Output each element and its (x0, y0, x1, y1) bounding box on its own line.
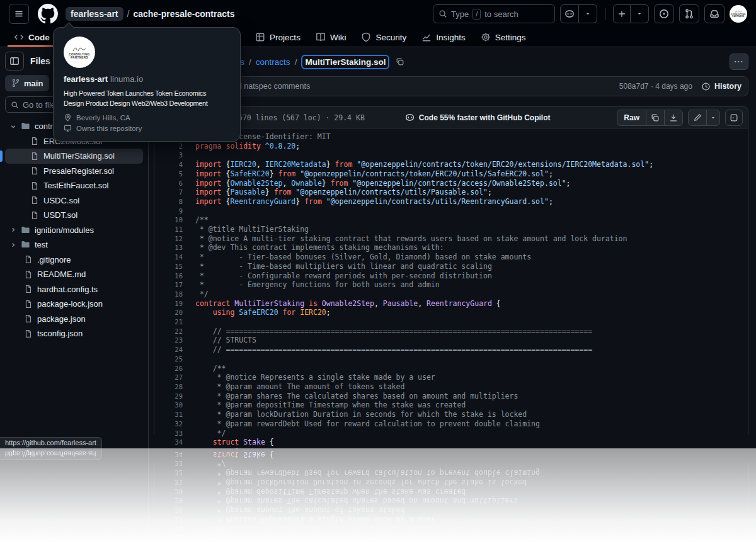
tree-file-presaleregister-sol[interactable]: PresaleRegister.sol (5, 164, 143, 179)
download-raw-button[interactable] (664, 110, 682, 125)
tree-file-usdt-sol[interactable]: USDT.sol (5, 208, 143, 223)
symbols-panel-button[interactable] (725, 110, 743, 126)
line-number[interactable]: 7 (154, 188, 183, 197)
file-icon (24, 270, 33, 279)
line-number[interactable]: 6 (154, 179, 183, 188)
raw-button-group: Raw (617, 110, 683, 126)
tab-code[interactable]: Code (8, 28, 56, 47)
line-number[interactable]: 10 (154, 215, 183, 225)
search-placeholder-prefix: Type (451, 9, 469, 19)
edit-file-button[interactable] (689, 110, 706, 125)
line-number[interactable]: 12 (154, 234, 183, 244)
line-number[interactable]: 30 (154, 400, 183, 410)
user-avatar[interactable]: CONSULTINGPARTNERS (730, 5, 747, 23)
tree-file-testethfaucet-sol[interactable]: TestEthFaucet.sol (5, 178, 143, 193)
tree-file--gitignore[interactable]: .gitignore (5, 253, 143, 268)
create-new-dropdown-button[interactable] (631, 4, 649, 23)
line-content: * @title MultiTierStaking (183, 225, 309, 234)
line-number[interactable]: 31 (154, 410, 183, 419)
line-number[interactable]: 13 (154, 243, 183, 253)
code-line: 17 * - Emergency functions for both user… (154, 280, 748, 290)
hovercard-username[interactable]: fearless-art (64, 74, 108, 84)
copy-raw-button[interactable] (646, 110, 664, 125)
collapse-sidebar-button[interactable] (5, 52, 24, 71)
line-number[interactable]: 16 (154, 271, 183, 281)
line-number[interactable]: 34 (154, 438, 183, 447)
line-content: using SafeERC20 for IERC20; (183, 308, 331, 317)
line-number[interactable]: 21 (154, 317, 183, 327)
tab-label: Insights (436, 33, 466, 42)
commit-sha-time[interactable]: 508a7d7 · 4 days ago (619, 82, 692, 91)
line-number[interactable]: 5 (154, 169, 183, 179)
org-avatar[interactable]: CONSULTINGPARTNERS (64, 37, 95, 68)
code-line: 23 // STRUCTS (154, 336, 748, 345)
tree-file-package-lock-json[interactable]: package-lock.json (5, 297, 143, 312)
line-number[interactable]: 27 (154, 373, 183, 382)
line-number[interactable]: 20 (154, 308, 183, 317)
tab-settings[interactable]: Settings (474, 28, 532, 47)
inbox-button[interactable] (704, 4, 724, 23)
line-number[interactable]: 22 (154, 327, 183, 336)
code-line: 12 * @notice A multi-tier staking contra… (154, 234, 748, 244)
files-title: Files (30, 56, 50, 66)
commit-message[interactable]: add natspec comments (229, 82, 310, 91)
tree-file-readme-md[interactable]: README.md (5, 267, 143, 282)
symbols-icon (730, 113, 738, 122)
tree-folder-test[interactable]: test (5, 237, 143, 253)
breadcrumb-repo[interactable]: cache-presale-contracts (133, 9, 234, 19)
raw-button[interactable]: Raw (617, 110, 646, 125)
line-number[interactable]: 14 (154, 253, 183, 262)
tab-wiki[interactable]: Wiki (309, 28, 353, 47)
line-number[interactable]: 15 (154, 262, 183, 271)
tree-file-usdc-sol[interactable]: USDC.sol (5, 193, 143, 208)
line-content: * @notice A multi-tier staking contract … (183, 234, 627, 244)
line-number[interactable]: 24 (154, 345, 183, 355)
tree-file-hardhat-config-ts[interactable]: hardhat.config.ts (5, 282, 143, 297)
code-editor-lines[interactable]: 1// SPDX-License-Identifier: MIT2pragma … (154, 128, 748, 448)
hamburger-menu-button[interactable] (9, 4, 29, 24)
tab-label: Projects (270, 33, 301, 42)
breadcrumb-owner[interactable]: fearless-art (66, 7, 123, 21)
pencil-icon (694, 113, 702, 122)
github-logo-icon[interactable] (38, 4, 58, 24)
pull-requests-button[interactable] (679, 4, 699, 23)
tab-insights[interactable]: Insights (415, 28, 472, 47)
line-number[interactable]: 29 (154, 392, 183, 401)
create-new-button[interactable] (613, 4, 631, 23)
line-number[interactable]: 2 (154, 142, 183, 151)
line-number[interactable]: 18 (154, 290, 183, 299)
line-number[interactable]: 8 (154, 197, 183, 207)
line-number[interactable]: 9 (154, 207, 183, 216)
inbox-icon (709, 9, 719, 19)
line-number[interactable]: 4 (154, 160, 183, 169)
line-number[interactable]: 17 (154, 280, 183, 290)
tree-file-multitierstaking-sol[interactable]: MultiTierStaking.sol (5, 149, 143, 164)
tab-projects[interactable]: Projects (249, 28, 307, 47)
line-number[interactable]: 11 (154, 225, 183, 234)
copilot-dropdown-button[interactable] (579, 4, 597, 23)
edit-dropdown-button[interactable] (706, 110, 719, 125)
line-number[interactable]: 25 (154, 355, 183, 364)
line-number[interactable]: 23 (154, 336, 183, 345)
line-number[interactable]: 32 (154, 419, 183, 429)
tree-item-label: MultiTierStaking.sol (43, 151, 115, 161)
copilot-button[interactable] (560, 4, 579, 23)
tree-file-tsconfig-json[interactable]: tsconfig.json (5, 326, 143, 341)
copy-path-icon[interactable] (396, 57, 404, 66)
breadcrumb-file-name[interactable]: MultiTierStaking.sol (301, 55, 389, 69)
tab-security[interactable]: Security (355, 28, 413, 47)
line-number[interactable]: 26 (154, 364, 183, 373)
global-search-input[interactable]: Type / to search (433, 4, 555, 23)
line-number[interactable]: 19 (154, 299, 183, 309)
file-options-kebab-button[interactable]: ··· (730, 54, 748, 70)
line-number[interactable]: 33 (154, 429, 183, 438)
history-button[interactable]: History (701, 82, 742, 91)
branch-selector[interactable]: main (5, 75, 49, 91)
line-number[interactable]: 28 (154, 382, 183, 392)
header-actions: Type / to search (433, 4, 747, 23)
tree-folder-ignition-modules[interactable]: ignition/modules (5, 223, 143, 238)
issues-button[interactable] (654, 4, 674, 23)
line-number[interactable]: 3 (154, 151, 183, 160)
tree-file-package-json[interactable]: package.json (5, 312, 143, 327)
breadcrumb-dir-link[interactable]: contracts (256, 57, 290, 67)
